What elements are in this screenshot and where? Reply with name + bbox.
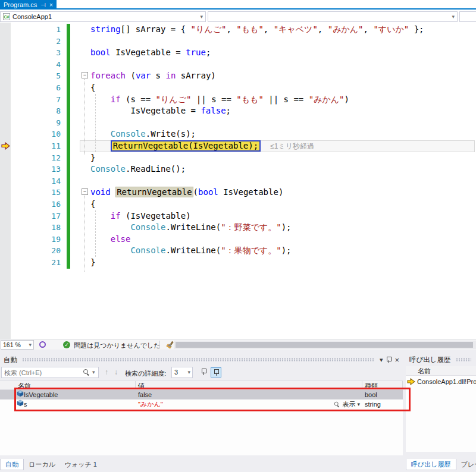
close-tab-icon[interactable]: × — [49, 2, 53, 8]
tab-自動[interactable]: 自動 — [0, 459, 24, 470]
autos-title: 自動 — [4, 355, 17, 364]
autos-grid-header[interactable]: 名前値種類 — [0, 381, 403, 390]
callstack-frame-row[interactable]: ConsoleApp1.dll!Progr — [406, 377, 476, 386]
debug-window-tabs: 自動ローカルウォッチ 1 — [0, 459, 102, 470]
code-token: "りんご" — [156, 95, 192, 104]
code-token — [90, 234, 111, 244]
horizontal-scrollbar[interactable] — [174, 341, 476, 349]
current-statement[interactable]: ReturnVegetable(IsVegetable); — [111, 140, 261, 152]
fold-guide-line — [84, 196, 85, 271]
value-view-dropdown[interactable]: 表示▾ — [334, 399, 360, 409]
code-line: { — [90, 199, 424, 210]
line-number: 10 — [33, 128, 61, 140]
line-number: 18 — [33, 222, 61, 234]
code-token: { — [90, 199, 95, 209]
callstack-title-bar[interactable]: 呼び出し履歴 — [406, 354, 476, 365]
code-token: var — [136, 71, 151, 80]
code-line: ReturnVegetable(IsVegetable);≤1ミリ秒経過 — [90, 140, 424, 152]
callstack-column-header[interactable]: 名前 — [406, 366, 476, 376]
variable-name: s — [24, 401, 27, 408]
code-token: , — [264, 24, 274, 34]
zoom-level-dropdown[interactable]: 161 % ▾ — [1, 340, 34, 350]
code-token: "みかん" — [309, 95, 345, 104]
variable-icon — [17, 399, 24, 407]
code-token: Console — [130, 222, 165, 232]
member-dropdown[interactable] — [459, 11, 476, 22]
code-line: if (s == "りんご" || s == "もも" || s == "みかん… — [90, 94, 424, 106]
tab-呼び出し履歴[interactable]: 呼び出し履歴 — [406, 459, 456, 470]
chevron-down-icon: ▾ — [29, 342, 32, 348]
column-header-1[interactable]: 値 — [136, 381, 362, 389]
magnifier-icon — [334, 401, 340, 407]
code-token: ; — [206, 48, 211, 57]
tab-ブレークポイント[interactable]: ブレークポイント — [456, 459, 476, 470]
tab-program-cs[interactable]: Program.cs ⊣ × — [0, 0, 57, 10]
code-token: } — [90, 153, 95, 162]
pin-window-icon[interactable] — [386, 357, 391, 363]
search-depth-dropdown[interactable]: 3 ▾ — [171, 367, 193, 378]
window-position-icon[interactable]: ▾ — [380, 356, 383, 364]
code-token: Console — [90, 164, 126, 174]
project-dropdown[interactable]: C# ConsoleApp1 ▾ — [0, 11, 206, 22]
close-window-icon[interactable]: × — [394, 355, 399, 364]
line-number: 11 — [33, 140, 61, 152]
scrollbar-thumb[interactable] — [176, 342, 473, 348]
column-header-2[interactable]: 種類 — [362, 381, 403, 389]
line-number: 1 — [33, 24, 61, 36]
code-line: if (IsVegetable) — [90, 210, 424, 222]
cell-value: false — [136, 390, 362, 399]
status-separator — [159, 341, 160, 348]
column-header-0[interactable]: 名前 — [0, 381, 136, 389]
code-token: || s == — [264, 95, 309, 104]
line-number: 16 — [33, 199, 61, 210]
callstack-window-tabs: 呼び出し履歴ブレークポイント — [406, 459, 476, 470]
line-number: 13 — [33, 163, 61, 175]
autos-row-IsVegetable[interactable]: IsVegetablefalsebool — [0, 390, 403, 399]
search-up-icon[interactable]: ↑ — [105, 368, 108, 376]
fold-guide-line — [84, 79, 85, 155]
code-token: sArray) — [176, 71, 215, 80]
line-number: 9 — [33, 117, 61, 129]
scroll-left-icon[interactable]: ◀ — [167, 342, 171, 348]
code-token: bool — [198, 187, 218, 197]
perftip[interactable]: ≤1ミリ秒経過 — [270, 142, 314, 150]
tab-title: Program.cs — [4, 1, 37, 8]
code-editor[interactable]: 123456789101112131415161718192021 −− str… — [0, 23, 476, 339]
line-number: 14 — [33, 175, 61, 187]
current-frame-arrow-icon — [407, 378, 415, 385]
search-down-icon[interactable]: ↓ — [114, 368, 118, 376]
tab-ローカル[interactable]: ローカル — [24, 459, 60, 470]
code-token: void — [90, 187, 111, 197]
code-token: Console — [130, 246, 165, 255]
callstack-body: 名前 ConsoleApp1.dll!Progr — [406, 366, 476, 452]
chevron-down-icon: ▾ — [200, 14, 203, 20]
fold-margin[interactable]: −− — [81, 24, 90, 279]
code-token: .ReadLine(); — [126, 164, 186, 174]
variable-name: IsVegetable — [24, 391, 58, 398]
code-suggestions-icon[interactable] — [39, 341, 46, 348]
fold-collapse-box[interactable]: − — [82, 188, 88, 195]
pin-tab-icon[interactable]: ⊣ — [40, 2, 46, 8]
code-token: ( — [126, 71, 136, 80]
pin-values-icon[interactable] — [201, 369, 206, 375]
code-token: ); — [281, 222, 292, 232]
autos-title-bar[interactable]: 自動 ▾ × — [0, 354, 403, 365]
code-token: , — [226, 24, 236, 34]
code-token: "みかん" — [328, 24, 364, 34]
code-token: "：野菜です。" — [221, 222, 281, 232]
tab-ウォッチ 1[interactable]: ウォッチ 1 — [60, 459, 102, 470]
autos-row-s[interactable]: s"みかん"表示▾string — [0, 399, 403, 409]
pin-to-source-toggle[interactable] — [211, 367, 221, 377]
code-token: (s == — [121, 95, 156, 104]
code-text[interactable]: string[] sArray = { "りんご", "もも", "キャベツ",… — [90, 24, 424, 268]
title-grip — [456, 358, 471, 361]
code-line: bool IsVegetable = true; — [90, 47, 424, 59]
code-token: }; — [409, 24, 424, 34]
fold-collapse-box[interactable]: − — [82, 72, 88, 78]
breakpoint-margin[interactable] — [0, 23, 11, 339]
cell-name: IsVegetable — [0, 390, 136, 399]
code-token — [90, 222, 130, 232]
type-dropdown[interactable]: ▾ — [208, 11, 458, 22]
chevron-down-icon[interactable]: ▾ — [92, 369, 95, 375]
bottom-tool-area: 自動 ▾ × 検索 (Ctrl+E) ▾ ↑ ↓ 検索の詳細度: 3 ▾ — [0, 350, 476, 472]
